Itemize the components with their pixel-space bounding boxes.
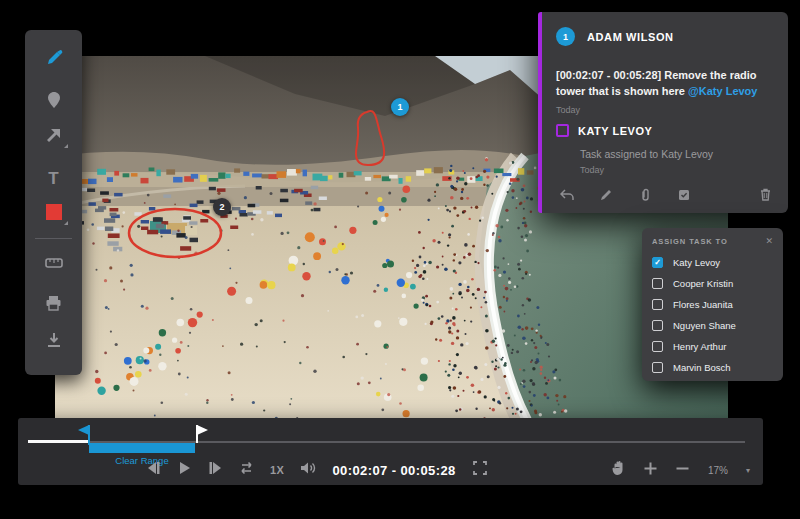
comment-panel: 1 ADAM WILSON [00:02:07 - 00:05:28] Remo… bbox=[538, 12, 788, 213]
attach-button[interactable] bbox=[638, 189, 652, 203]
member-name: Henry Arthur bbox=[673, 341, 726, 352]
range-start-flag[interactable] bbox=[76, 424, 92, 446]
comment-date: Today bbox=[556, 105, 580, 115]
toolbar-divider bbox=[35, 238, 72, 239]
member-row-nguyen-shane[interactable]: Nguyen Shane bbox=[652, 315, 773, 336]
print-tool-button[interactable] bbox=[43, 292, 65, 314]
play-button[interactable] bbox=[177, 463, 191, 477]
task-assignment-text: Task assigned to Katy Levoy bbox=[580, 148, 713, 160]
text-tool-icon: T bbox=[48, 170, 58, 187]
play-icon bbox=[178, 461, 191, 479]
comment-body: [00:02:07 - 00:05:28] Remove the radio t… bbox=[556, 67, 778, 99]
comment-time-range: [00:02:07 - 00:05:28] bbox=[556, 69, 661, 81]
task-user-name: KATY LEVOY bbox=[578, 125, 652, 137]
rectangle-icon bbox=[46, 204, 62, 220]
resolve-button[interactable] bbox=[677, 189, 691, 203]
zoom-out-button[interactable] bbox=[676, 463, 690, 477]
member-row-flores-juanita[interactable]: Flores Juanita bbox=[652, 294, 773, 315]
comment-badge: 1 bbox=[556, 27, 575, 46]
arrow-tool-button[interactable] bbox=[43, 124, 65, 146]
paperclip-icon bbox=[640, 187, 651, 205]
task-date: Today bbox=[580, 165, 604, 175]
member-checkbox[interactable] bbox=[652, 362, 663, 373]
member-row-henry-arthur[interactable]: Henry Arthur bbox=[652, 336, 773, 357]
player-bar: Clear Range 1X 00:02:07 - 00:05:28 17% ▾ bbox=[18, 418, 763, 485]
member-name: Marvin Bosch bbox=[673, 362, 731, 373]
pencil-icon bbox=[600, 187, 612, 205]
member-name: Cooper Kristin bbox=[673, 278, 733, 289]
submenu-tick-icon bbox=[64, 221, 68, 225]
chevron-down-icon[interactable]: ▾ bbox=[746, 466, 750, 475]
ruler-icon bbox=[45, 257, 63, 269]
prev-frame-icon bbox=[146, 461, 161, 479]
arrow-icon bbox=[45, 127, 62, 144]
edit-button[interactable] bbox=[599, 189, 613, 203]
comment-author: ADAM WILSON bbox=[587, 31, 674, 43]
member-row-cooper-kristin[interactable]: Cooper Kristin bbox=[652, 273, 773, 294]
member-checkbox[interactable] bbox=[652, 257, 663, 268]
zoom-in-button[interactable] bbox=[644, 463, 658, 477]
reply-button[interactable] bbox=[560, 189, 574, 203]
rectangle-tool-button[interactable] bbox=[43, 201, 65, 223]
download-tool-button[interactable] bbox=[43, 329, 65, 351]
timeline-range-selection[interactable] bbox=[89, 443, 195, 453]
annotation-badge-2[interactable]: 2 bbox=[213, 198, 231, 216]
fullscreen-button[interactable] bbox=[473, 463, 487, 477]
loop-icon bbox=[238, 461, 255, 479]
member-name: Katy Levoy bbox=[673, 257, 720, 268]
submenu-tick-icon bbox=[64, 144, 68, 148]
volume-button[interactable] bbox=[301, 463, 315, 477]
hand-icon bbox=[611, 460, 626, 480]
member-name: Nguyen Shane bbox=[673, 320, 736, 331]
printer-icon bbox=[45, 295, 62, 311]
member-row-katy-levoy[interactable]: Katy Levoy bbox=[652, 252, 773, 273]
member-name: Flores Juanita bbox=[673, 299, 733, 310]
pencil-tool-button[interactable] bbox=[43, 47, 65, 69]
minus-icon bbox=[675, 461, 690, 480]
pin-tool-button[interactable] bbox=[43, 89, 65, 111]
task-checkbox[interactable] bbox=[556, 124, 569, 137]
member-checkbox[interactable] bbox=[652, 320, 663, 331]
member-checkbox[interactable] bbox=[652, 299, 663, 310]
text-tool-button[interactable]: T bbox=[43, 167, 65, 189]
playback-speed[interactable]: 1X bbox=[270, 464, 284, 476]
reply-icon bbox=[560, 187, 574, 205]
app-stage: 1 2 T bbox=[0, 0, 800, 519]
plus-icon bbox=[643, 461, 658, 480]
range-end-flag[interactable] bbox=[194, 424, 210, 446]
ruler-tool-button[interactable] bbox=[43, 252, 65, 274]
annotation-toolbar: T bbox=[25, 30, 82, 375]
next-frame-icon bbox=[208, 461, 223, 479]
pin-icon bbox=[46, 91, 62, 109]
comment-mention-link[interactable]: @Katy Levoy bbox=[688, 85, 757, 97]
prev-frame-button[interactable] bbox=[146, 463, 160, 477]
close-icon[interactable]: ✕ bbox=[765, 237, 773, 246]
annotation-badge-1[interactable]: 1 bbox=[391, 98, 409, 116]
download-icon bbox=[46, 332, 62, 349]
check-square-icon bbox=[678, 187, 690, 205]
zoom-percent[interactable]: 17% bbox=[708, 465, 728, 476]
speaker-icon bbox=[300, 461, 316, 479]
delete-button[interactable] bbox=[758, 189, 772, 203]
trash-icon bbox=[760, 187, 771, 205]
member-checkbox[interactable] bbox=[652, 341, 663, 352]
time-range-display: 00:02:07 - 00:05:28 bbox=[332, 463, 455, 478]
pan-button[interactable] bbox=[612, 463, 626, 477]
member-checkbox[interactable] bbox=[652, 278, 663, 289]
member-list: Katy Levoy Cooper Kristin Flores Juanita… bbox=[652, 252, 773, 378]
assign-panel-title: ASSIGN TASK TO bbox=[652, 237, 728, 246]
pencil-icon bbox=[45, 49, 63, 67]
next-frame-button[interactable] bbox=[208, 463, 222, 477]
fullscreen-icon bbox=[473, 461, 487, 479]
assign-task-panel: ASSIGN TASK TO ✕ Katy Levoy Cooper Krist… bbox=[642, 228, 783, 381]
member-row-marvin-bosch[interactable]: Marvin Bosch bbox=[652, 357, 773, 378]
loop-button[interactable] bbox=[239, 463, 253, 477]
